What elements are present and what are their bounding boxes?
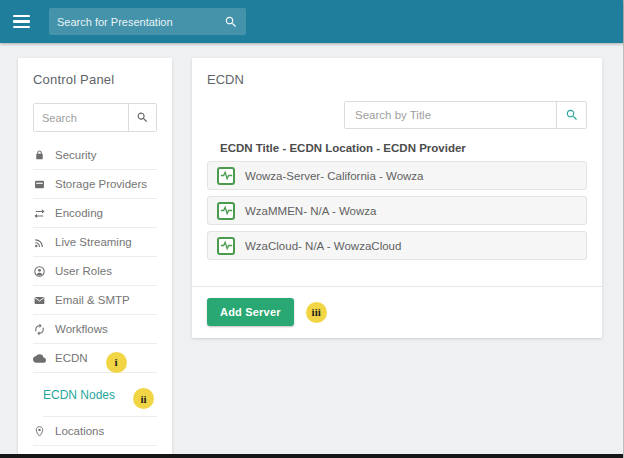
- pulse-icon: [217, 202, 235, 220]
- account-circle-icon: [33, 265, 46, 278]
- sidebar-item-label: Locations: [55, 425, 104, 437]
- sidebar-item-label: Encoding: [55, 207, 103, 219]
- server-row-wowza-server[interactable]: Wowza-Server- California - Wowza: [207, 161, 587, 190]
- envelope-icon: [33, 294, 46, 307]
- top-app-bar: [0, 0, 623, 43]
- add-server-button[interactable]: Add Server: [207, 298, 294, 326]
- pulse-icon: [217, 167, 235, 185]
- server-list-header: ECDN Title - ECDN Location - ECDN Provid…: [207, 142, 587, 154]
- annotation-badge-iii: iii: [306, 302, 327, 323]
- server-row-wzacloud[interactable]: WzaCloud- N/A - WowzaCloud: [207, 231, 587, 260]
- sidebar-item-label: ECDN Nodes: [43, 388, 115, 402]
- sidebar-item-ecdn-nodes[interactable]: ECDN Nodes ii: [43, 373, 157, 417]
- lock-icon: [33, 149, 46, 162]
- presentation-search-box: [49, 8, 246, 35]
- sidebar-menu: Security Storage Providers Encoding: [33, 141, 157, 446]
- sidebar-title: Control Panel: [33, 72, 157, 87]
- title-search-box: [344, 101, 587, 129]
- sidebar-item-email-smtp[interactable]: Email & SMTP: [33, 286, 157, 315]
- sidebar-item-ecdn[interactable]: ECDN i: [33, 344, 157, 373]
- swap-arrows-icon: [33, 207, 46, 220]
- sidebar-item-encoding[interactable]: Encoding: [33, 199, 157, 228]
- sidebar-item-storage-providers[interactable]: Storage Providers: [33, 170, 157, 199]
- location-pin-icon: [33, 425, 46, 438]
- sidebar-item-label: Security: [55, 149, 97, 161]
- annotation-badge-ii: ii: [133, 388, 154, 409]
- title-search-button[interactable]: [556, 102, 586, 128]
- sidebar-item-security[interactable]: Security: [33, 141, 157, 170]
- storage-icon: [33, 178, 46, 191]
- pulse-icon: [217, 237, 235, 255]
- menu-icon[interactable]: [13, 15, 30, 28]
- server-label: Wowza-Server- California - Wowza: [245, 170, 424, 182]
- title-search-input[interactable]: [345, 102, 556, 128]
- server-label: WzaMMEN- N/A - Wowza: [245, 205, 376, 217]
- sidebar-search-button[interactable]: [128, 104, 156, 131]
- sidebar-item-live-streaming[interactable]: Live Streaming: [33, 228, 157, 257]
- search-icon: [565, 108, 579, 122]
- sidebar-item-label: Email & SMTP: [55, 294, 130, 306]
- page-title: ECDN: [207, 72, 587, 87]
- sidebar-item-label: Live Streaming: [55, 236, 132, 248]
- search-icon[interactable]: [224, 15, 238, 29]
- cloud-icon: [33, 352, 46, 365]
- sidebar-search-box: [33, 103, 157, 132]
- sidebar-item-label: User Roles: [55, 265, 112, 277]
- sidebar-item-workflows[interactable]: Workflows: [33, 315, 157, 344]
- annotation-badge-i: i: [106, 352, 127, 373]
- sidebar-item-label: ECDN: [55, 352, 88, 364]
- recycle-icon: [33, 323, 46, 336]
- window-bottom-border: [0, 454, 623, 458]
- search-icon: [136, 111, 149, 124]
- sidebar-item-label: Workflows: [55, 323, 108, 335]
- rss-icon: [33, 236, 46, 249]
- footer-actions: Add Server iii: [207, 287, 587, 338]
- server-list: Wowza-Server- California - Wowza WzaMMEN…: [207, 161, 587, 266]
- sidebar-item-label: Storage Providers: [55, 178, 147, 190]
- ecdn-panel: ECDN ECDN Title - ECDN Location - ECDN P…: [192, 58, 602, 338]
- control-panel-sidebar: Control Panel Security: [18, 58, 172, 454]
- sidebar-search-input[interactable]: [34, 104, 128, 131]
- spacer: [207, 266, 587, 286]
- presentation-search-input[interactable]: [57, 16, 224, 28]
- sidebar-item-user-roles[interactable]: User Roles: [33, 257, 157, 286]
- content-area: Control Panel Security: [0, 43, 623, 454]
- server-label: WzaCloud- N/A - WowzaCloud: [245, 240, 401, 252]
- server-row-wzammen[interactable]: WzaMMEN- N/A - Wowza: [207, 196, 587, 225]
- app-window: Control Panel Security: [0, 0, 624, 458]
- sidebar-item-locations[interactable]: Locations: [33, 417, 157, 446]
